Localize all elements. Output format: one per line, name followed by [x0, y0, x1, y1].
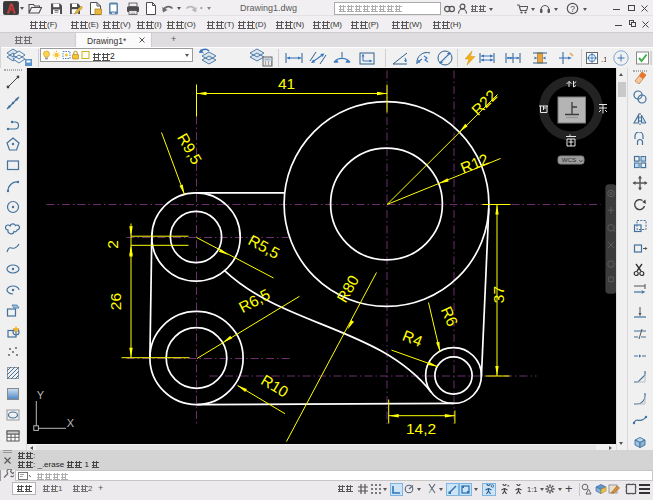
svg-text:R9,5: R9,5 [174, 130, 205, 167]
svg-text:R4: R4 [400, 327, 425, 350]
svg-text:R80: R80 [333, 272, 362, 305]
svg-text:R6: R6 [438, 304, 462, 329]
svg-text:2: 2 [104, 240, 121, 249]
svg-text:Y: Y [37, 389, 45, 401]
svg-text:?: ? [570, 4, 575, 14]
svg-text:WCS: WCS [562, 156, 576, 163]
svg-text:R6,5: R6,5 [236, 285, 273, 315]
svg-text:A: A [7, 2, 16, 16]
svg-text:14,2: 14,2 [406, 420, 436, 437]
svg-text:R12: R12 [458, 150, 491, 176]
svg-text:37: 37 [490, 286, 507, 303]
svg-text:R10: R10 [258, 371, 291, 400]
svg-text:.1: .1 [601, 55, 606, 64]
svg-text:26: 26 [107, 293, 124, 310]
svg-text:41: 41 [278, 75, 295, 92]
svg-text:R22: R22 [468, 87, 500, 119]
svg-text:R5,5: R5,5 [246, 231, 283, 261]
svg-text:X: X [67, 417, 75, 429]
